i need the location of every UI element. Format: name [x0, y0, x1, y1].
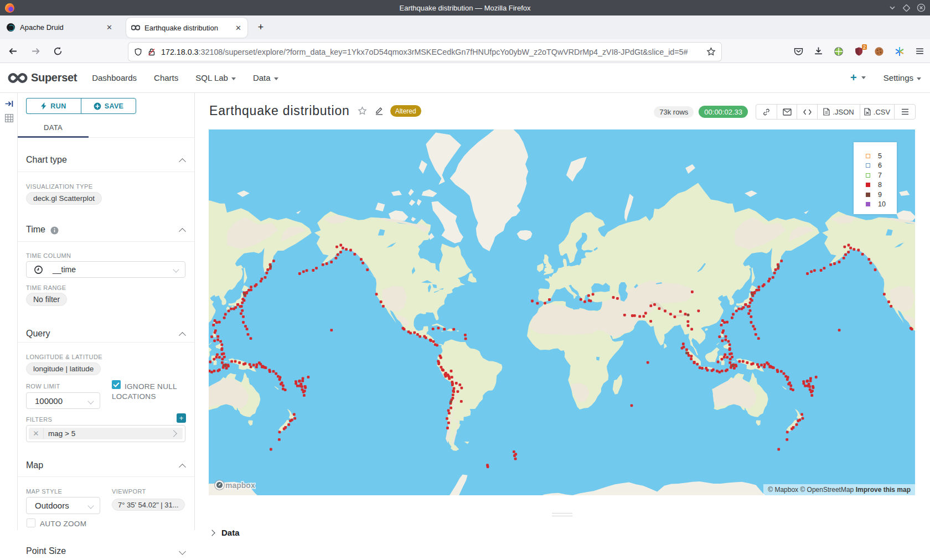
- svg-text:mapbox: mapbox: [225, 481, 255, 490]
